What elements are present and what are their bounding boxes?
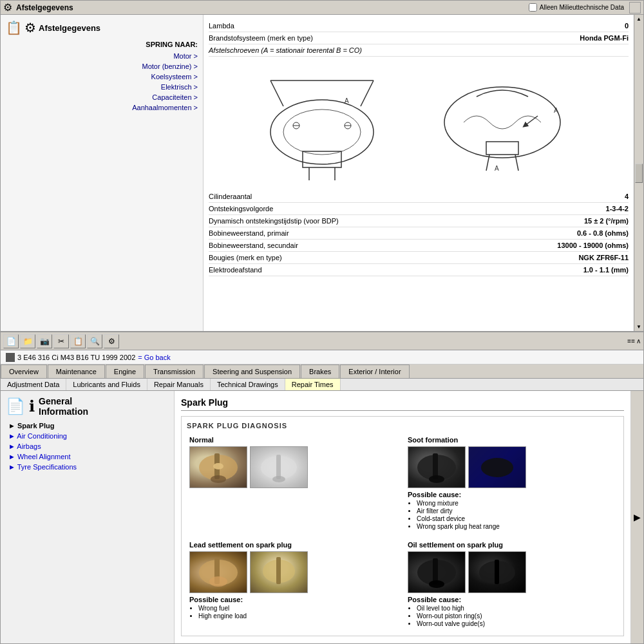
svg-rect-37 (276, 557, 281, 584)
toolbar-btn-2[interactable]: 📁 (20, 334, 35, 348)
sidebar-item-motor[interactable]: Motor > (6, 51, 198, 61)
svg-text:A: A (495, 165, 499, 172)
tab-overview[interactable]: Overview (1, 365, 47, 378)
oil-cause-3: Worn-out valve guide(s) (417, 620, 616, 627)
normal-images (189, 446, 397, 488)
tab-brakes[interactable]: Brakes (301, 365, 339, 378)
top-main: Lambda 0 Brandstofsysteem (merk en type)… (204, 15, 634, 331)
top-sidebar-icon1: 📋 (6, 20, 22, 35)
oil-cause-label: Possible cause: (408, 596, 616, 603)
toolbar-btn-6[interactable]: 🔍 (87, 334, 102, 348)
toolbar-btn-1[interactable]: 📄 (3, 334, 19, 348)
img-lead-1 (189, 551, 247, 593)
bottom-toolbar: 📄 📁 📷 ✂ 📋 🔍 ⚙ ≡≡ ∧ (1, 332, 643, 350)
diagnosis-title: SPARK PLUG DIAGNOSIS (187, 422, 618, 430)
sidebar-title-line2: Information (39, 406, 88, 417)
row-bobine-secundair: Bobineweerstand, secundair 13000 - 19000… (209, 240, 629, 252)
top-window-title: Afstelgegevens (16, 3, 73, 12)
svg-point-35 (209, 576, 227, 587)
cell-normal: Normal (187, 433, 400, 533)
subtab-adjustment[interactable]: Adjustment Data (1, 379, 66, 390)
car-info-text: 3 E46 316 Ci M43 B16 TU 1999 2002 (17, 354, 135, 361)
row-brandstofsysteem: Brandstofsysteem (merk en type) Honda PG… (209, 32, 629, 44)
top-window-icon: ⚙ (3, 1, 12, 14)
svg-point-30 (429, 475, 444, 483)
soot-cause-1: Wrong mixture (417, 500, 616, 507)
nav-airbags[interactable]: ► Airbags (6, 441, 169, 451)
subtab-repair-times[interactable]: Repair Times (285, 379, 341, 390)
diagnosis-section: SPARK PLUG DIAGNOSIS Normal (181, 416, 624, 636)
subtab-technical-drawings[interactable]: Technical Drawings (211, 379, 285, 390)
bottom-window: 📄 📁 📷 ✂ 📋 🔍 ⚙ ≡≡ ∧ 3 E46 316 Ci M43 B16 … (0, 332, 644, 644)
bottom-main: Spark Plug SPARK PLUG DIAGNOSIS Normal (175, 391, 630, 643)
svg-rect-29 (433, 453, 438, 479)
row-lambda: Lambda 0 (209, 20, 629, 32)
sidebar-item-motor-benzine[interactable]: Motor (benzine) > (6, 61, 198, 71)
sidebar-item-capaciteiten[interactable]: Capaciteiten > (6, 92, 198, 102)
lead-cause-label: Possible cause: (189, 596, 397, 603)
img-normal-1 (189, 446, 247, 488)
sidebar-item-koelsysteem[interactable]: Koelsysteem > (6, 71, 198, 82)
svg-point-40 (429, 580, 444, 588)
top-scrollbar[interactable]: ▲ ▼ (634, 15, 643, 331)
top-close-btn[interactable] (629, 2, 641, 14)
sidebar-item-elektrisch[interactable]: Elektrisch > (6, 82, 198, 92)
diagnosis-grid: Normal (187, 433, 618, 630)
soot-cause-label: Possible cause: (408, 491, 616, 498)
oil-cause-list: Oil level too high Worn-out piston ring(… (408, 605, 616, 627)
oil-cause-1: Oil level too high (417, 605, 616, 612)
sidebar-item-aanhaalmomenten[interactable]: Aanhaalmomenten > (6, 102, 198, 113)
subtab-repair-manuals[interactable]: Repair Manuals (147, 379, 211, 390)
cell-oil: Oil settlement on spark plug (405, 538, 618, 630)
svg-point-24 (213, 463, 223, 469)
oil-cause-2: Worn-out piston ring(s) (417, 612, 616, 620)
nav-wheel-alignment[interactable]: ► Wheel Alignment (6, 451, 169, 462)
svg-rect-42 (495, 560, 499, 584)
img-soot-2 (468, 446, 526, 488)
lead-cause-1: Wrong fuel (198, 605, 397, 612)
row-afstelschroeven: Afstelschroeven (A = stationair toerenta… (209, 44, 629, 57)
subtab-lubricants[interactable]: Lubricants and Fluids (66, 379, 147, 390)
top-window: ⚙ Afstelgegevens Alleen Milieuttechnisch… (0, 0, 644, 332)
tab-engine[interactable]: Engine (106, 365, 144, 378)
row-bougies: Bougies (merk en type) NGK ZFR6F-11 (209, 252, 629, 264)
sidebar-doc-icon: 📄 (6, 397, 25, 415)
toolbar-btn-7[interactable]: ⚙ (104, 334, 119, 348)
go-back-link[interactable]: = Go back (138, 354, 170, 361)
nav-spark-plug[interactable]: ► Spark Plug (6, 421, 169, 431)
svg-point-32 (481, 458, 513, 477)
row-bobine-primair: Bobineweerstand, primair 0.6 - 0.8 (ohms… (209, 227, 629, 240)
milieu-checkbox[interactable] (529, 3, 537, 12)
tabs-sub: Adjustment Data Lubricants and Fluids Re… (1, 379, 643, 391)
sidebar-info-icon: ℹ (29, 397, 35, 415)
cell-lead-title: Lead settlement on spark plug (189, 541, 397, 549)
row-elektrodeafstand: Elektrodeafstand 1.0 - 1.1 (mm) (209, 264, 629, 276)
toolbar-btn-5[interactable]: 📋 (70, 334, 86, 348)
svg-text:A: A (345, 97, 349, 104)
top-content: 📋 ⚙ Afstelgegevens SPRING NAAR: Motor > … (1, 15, 643, 331)
nav-tyre-specs[interactable]: ► Tyre Specifications (6, 462, 169, 472)
spark-plug-page-title: Spark Plug (181, 397, 624, 411)
tab-transmission[interactable]: Transmission (145, 365, 204, 378)
car-info-bar: 3 E46 316 Ci M43 B16 TU 1999 2002 = Go b… (1, 350, 643, 365)
top-scroll-thumb[interactable] (635, 164, 643, 183)
svg-point-23 (211, 475, 226, 483)
soot-images (408, 446, 616, 488)
soot-cause-list: Wrong mixture Air filter dirty Cold-star… (408, 500, 616, 530)
tab-exterior[interactable]: Exterior / Interior (340, 365, 409, 378)
tab-maintenance[interactable]: Maintenance (48, 365, 105, 378)
sidebar-title-line1: General (39, 396, 88, 406)
toolbar-btn-4[interactable]: ✂ (53, 334, 69, 348)
top-sidebar-icon2: ⚙ (24, 20, 36, 35)
bottom-sidebar: 📄 ℹ General Information ► Spark Plug ► A… (1, 391, 175, 643)
img-oil-2 (468, 551, 526, 593)
tab-steering[interactable]: Steering and Suspension (204, 365, 300, 378)
row-dynamisch: Dynamisch ontstekingstijdstip (voor BDP)… (209, 215, 629, 227)
car-icon (6, 353, 15, 362)
right-nav[interactable]: ▶ (630, 391, 643, 643)
lead-cause-2: High engine load (198, 612, 397, 620)
toolbar-btn-3[interactable]: 📷 (37, 334, 52, 348)
lead-cause-list: Wrong fuel High engine load (189, 605, 397, 620)
row-cilinderaantal: Cilinderaantal 4 (209, 191, 629, 203)
nav-air-conditioning[interactable]: ► Air Conditioning (6, 431, 169, 441)
